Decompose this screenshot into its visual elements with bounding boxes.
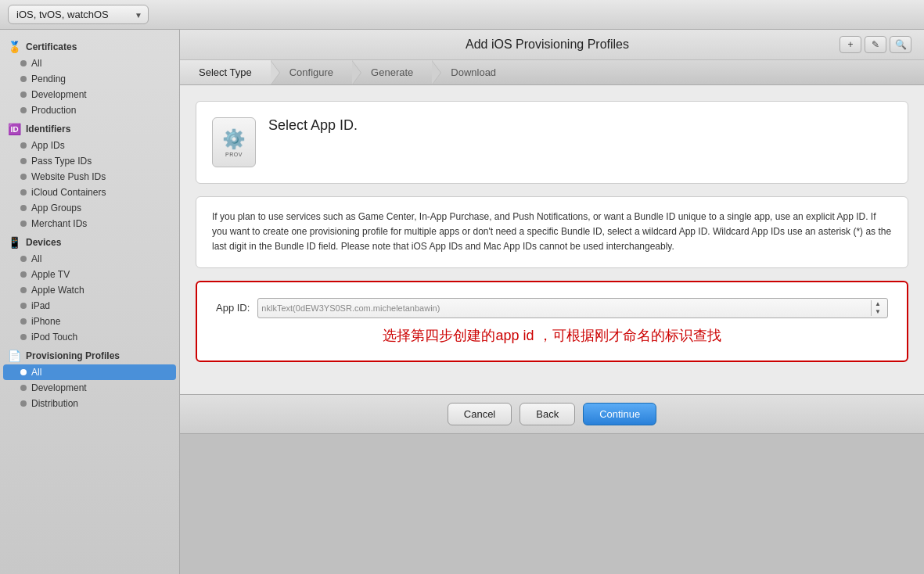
sidebar-item-certs-production[interactable]: Production (0, 102, 179, 118)
sidebar-item-provisioning-development[interactable]: Development (0, 380, 179, 396)
sidebar-item-devices-all[interactable]: All (0, 251, 179, 267)
appid-select-value: nklkText(0dEW3YS0SR.com.micheletanbawin) (261, 303, 868, 313)
platform-select[interactable]: iOS, tvOS, watchOS (8, 5, 149, 24)
stepper-down-icon[interactable]: ▼ (872, 308, 884, 316)
header-icons: + ✎ 🔍 (840, 36, 911, 53)
sidebar-item-label: Apple TV (31, 269, 70, 280)
bullet-icon (20, 369, 27, 375)
bullet-icon (20, 334, 27, 340)
sidebar-item-label: App IDs (31, 140, 65, 151)
wizard-steps: Select Type Configure Generate Download (180, 60, 924, 85)
sidebar-item-label: Production (31, 105, 76, 116)
sidebar-item-label: Pending (31, 74, 66, 84)
bullet-icon (20, 142, 27, 149)
wizard-step-label: Generate (371, 66, 413, 78)
sidebar-item-label: Development (31, 89, 87, 100)
bullet-icon (20, 385, 27, 391)
identifiers-label: Identifiers (26, 124, 70, 135)
appid-row: App ID: nklkText(0dEW3YS0SR.com.michelet… (216, 298, 888, 318)
content-area: Add iOS Provisioning Profiles + ✎ 🔍 Sele… (180, 30, 924, 574)
sidebar-item-provisioning-distribution[interactable]: Distribution (0, 396, 179, 411)
sidebar-item-label: Development (31, 382, 87, 393)
devices-icon: 📱 (8, 236, 21, 249)
wizard-step-label: Select Type (199, 66, 252, 78)
sidebar-item-provisioning-all[interactable]: All (3, 364, 176, 380)
add-icon: + (847, 39, 853, 50)
add-button[interactable]: + (840, 36, 861, 53)
certificates-label: Certificates (26, 41, 77, 52)
description-text: If you plan to use services such as Game… (212, 210, 892, 255)
cancel-button[interactable]: Cancel (448, 403, 512, 425)
sidebar-item-app-ids[interactable]: App IDs (0, 138, 179, 153)
back-button[interactable]: Back (520, 403, 575, 425)
sidebar: 🏅 Certificates All Pending Development P… (0, 30, 180, 574)
sidebar-item-label: iCloud Containers (31, 187, 106, 198)
bottom-bar: Cancel Back Continue (180, 394, 924, 433)
prov-label-text: PROV (225, 152, 243, 157)
bullet-icon (20, 287, 27, 293)
sidebar-item-ipod-touch[interactable]: iPod Touch (0, 329, 179, 345)
sidebar-item-app-groups[interactable]: App Groups (0, 200, 179, 216)
bullet-icon (20, 256, 27, 262)
main-layout: 🏅 Certificates All Pending Development P… (0, 30, 924, 574)
devices-section-header: 📱 Devices (0, 231, 179, 251)
sidebar-item-label: Apple Watch (31, 285, 84, 296)
bullet-icon (20, 318, 27, 325)
appid-stepper[interactable]: ▲ ▼ (871, 300, 884, 316)
sidebar-item-label: All (31, 367, 41, 378)
appid-label: App ID: (216, 302, 250, 314)
bullet-icon (20, 107, 27, 113)
sidebar-item-website-push-ids[interactable]: Website Push IDs (0, 169, 179, 185)
bullet-icon (20, 76, 27, 82)
page-title: Add iOS Provisioning Profiles (255, 38, 840, 52)
wizard-step-label: Configure (289, 66, 333, 78)
sidebar-item-iphone[interactable]: iPhone (0, 314, 179, 329)
appid-dropdown[interactable]: nklkText(0dEW3YS0SR.com.micheletanbawin)… (257, 298, 888, 318)
bullet-icon (20, 400, 27, 407)
section-title: Select App ID. (268, 117, 358, 134)
footer-gray-area (180, 433, 924, 574)
annotation-text: 选择第四步创建的app id ，可根据刚才命名的标识查找 (216, 326, 888, 345)
bullet-icon (20, 91, 27, 98)
wizard-step-download[interactable]: Download (432, 60, 515, 84)
appid-selection-box: App ID: nklkText(0dEW3YS0SR.com.michelet… (196, 281, 908, 362)
bullet-icon (20, 158, 27, 164)
sidebar-item-certs-all[interactable]: All (0, 56, 179, 71)
prov-file-icon: ⚙️ PROV (212, 117, 256, 167)
sidebar-item-apple-tv[interactable]: Apple TV (0, 267, 179, 282)
sidebar-item-label: Distribution (31, 398, 78, 409)
sidebar-item-apple-watch[interactable]: Apple Watch (0, 282, 179, 298)
sidebar-item-ipad[interactable]: iPad (0, 298, 179, 314)
sidebar-item-label: iPad (31, 300, 50, 311)
platform-select-wrapper[interactable]: iOS, tvOS, watchOS ▼ (8, 5, 149, 24)
wizard-step-generate[interactable]: Generate (352, 60, 432, 84)
bullet-icon (20, 221, 27, 227)
wizard-step-configure[interactable]: Configure (271, 60, 352, 84)
sidebar-item-label: App Groups (31, 203, 81, 213)
identifiers-section-header: 🆔 Identifiers (0, 118, 179, 138)
section-info: Select App ID. (268, 117, 358, 137)
stepper-up-icon[interactable]: ▲ (872, 300, 884, 308)
provisioning-label: Provisioning Profiles (26, 350, 120, 361)
wizard-step-select-type[interactable]: Select Type (180, 60, 271, 84)
continue-button[interactable]: Continue (583, 403, 656, 425)
identifiers-icon: 🆔 (8, 123, 21, 135)
sidebar-item-label: All (31, 253, 41, 264)
info-box: ⚙️ PROV Select App ID. (196, 101, 908, 184)
edit-button[interactable]: ✎ (865, 36, 886, 53)
sidebar-item-certs-development[interactable]: Development (0, 87, 179, 102)
bullet-icon (20, 271, 27, 278)
search-button[interactable]: 🔍 (890, 36, 911, 53)
sidebar-item-pass-type-ids[interactable]: Pass Type IDs (0, 153, 179, 169)
provisioning-section-header: 📄 Provisioning Profiles (0, 345, 179, 364)
sidebar-item-label: Pass Type IDs (31, 156, 92, 167)
sidebar-item-icloud-containers[interactable]: iCloud Containers (0, 185, 179, 200)
search-icon: 🔍 (895, 39, 907, 50)
bullet-icon (20, 60, 27, 66)
bullet-icon (20, 174, 27, 180)
devices-label: Devices (26, 237, 61, 248)
sidebar-item-label: Website Push IDs (31, 171, 106, 182)
main-content: ⚙️ PROV Select App ID. If you plan to us… (180, 85, 924, 394)
sidebar-item-merchant-ids[interactable]: Merchant IDs (0, 216, 179, 231)
sidebar-item-certs-pending[interactable]: Pending (0, 71, 179, 87)
